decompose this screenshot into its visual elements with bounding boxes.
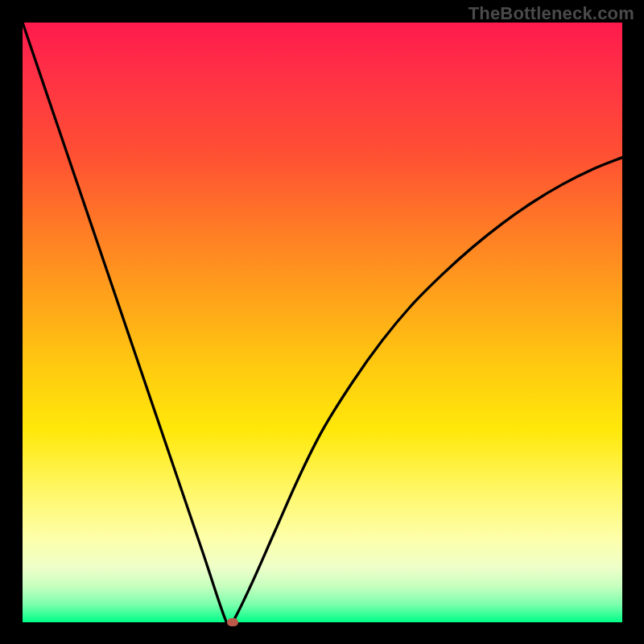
watermark-text: TheBottleneck.com bbox=[469, 3, 634, 24]
chart-frame: TheBottleneck.com bbox=[0, 0, 644, 644]
plot-area bbox=[23, 23, 622, 622]
curve-svg bbox=[23, 23, 622, 622]
curve-path bbox=[23, 23, 622, 622]
optimum-marker bbox=[227, 618, 238, 626]
